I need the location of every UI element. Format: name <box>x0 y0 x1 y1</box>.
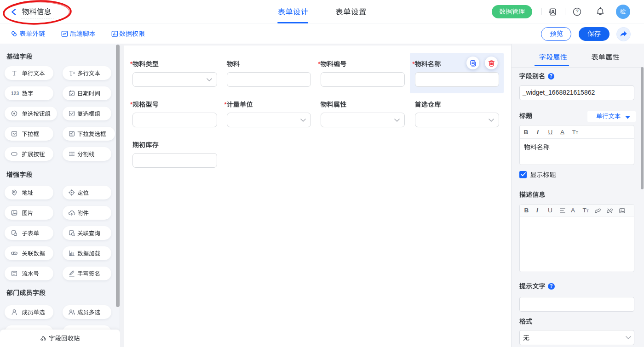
svg-text:?: ? <box>575 9 578 14</box>
